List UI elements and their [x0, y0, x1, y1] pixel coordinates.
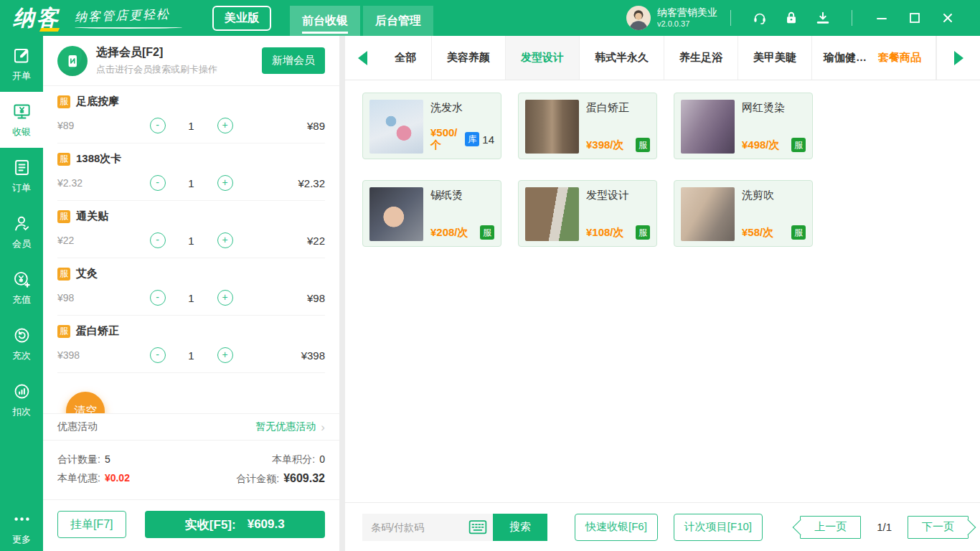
category-tab-all[interactable]: 全部: [380, 36, 432, 80]
cart-item: 服 通关贴 ¥22 - 1 + ¥22: [57, 201, 325, 258]
category-tab-foot-bath[interactable]: 养生足浴: [664, 36, 738, 80]
sidebar-item-cashier[interactable]: 收银: [0, 92, 43, 148]
promo-label: 优惠活动: [57, 420, 255, 433]
quick-cashier-button[interactable]: 快速收银[F6]: [575, 514, 658, 541]
promo-row[interactable]: 优惠活动 暂无优惠活动 ›: [43, 413, 339, 440]
recharge-times-icon: [12, 326, 32, 345]
sidebar: 开单 收银 订单 会员 充值 充次 扣次 更多: [0, 36, 43, 551]
plus-button[interactable]: +: [217, 232, 233, 248]
top-right-cluster: 纳客营销美业 v2.0.0.37: [626, 6, 980, 30]
service-badge: 服: [57, 153, 70, 166]
category-tab-package[interactable]: 套餐商品: [872, 36, 936, 80]
sidebar-item-open-order[interactable]: 开单: [0, 36, 43, 92]
product-card[interactable]: 洗剪吹 ¥58/次 服: [674, 180, 813, 247]
cart-item-unit-price: ¥22: [57, 235, 123, 246]
avatar[interactable]: [626, 6, 651, 30]
member-select-title: 选择会员[F2]: [96, 45, 262, 60]
tab-front-cashier[interactable]: 前台收银: [290, 6, 360, 36]
maximize-button[interactable]: [908, 11, 921, 24]
tab-back-management[interactable]: 后台管理: [363, 6, 433, 36]
service-badge: 服: [791, 225, 806, 240]
product-card[interactable]: 蛋白矫正 ¥398/次 服: [518, 93, 657, 159]
cart-panel: 选择会员[F2] 点击进行会员搜索或刷卡操作 新增会员 服 足底按摩 ¥89 -…: [43, 36, 339, 551]
member-select-area[interactable]: 选择会员[F2] 点击进行会员搜索或刷卡操作: [96, 45, 262, 76]
product-name: 发型设计: [586, 189, 650, 202]
download-icon[interactable]: [815, 10, 831, 26]
minus-button[interactable]: -: [150, 347, 166, 363]
minus-button[interactable]: -: [150, 290, 166, 306]
customer-service-icon[interactable]: [752, 10, 768, 26]
cart-item-name: 1388次卡: [76, 152, 121, 166]
service-badge: 服: [57, 268, 70, 281]
total-amount-value: ¥609.32: [283, 472, 325, 485]
orders-icon: [12, 158, 32, 177]
cart-item-name: 通关贴: [76, 209, 108, 223]
minus-button[interactable]: -: [150, 118, 166, 133]
next-page-button[interactable]: 下一页: [908, 516, 969, 539]
scroll-right-arrow[interactable]: [936, 36, 980, 80]
count-item-button[interactable]: 计次项目[F10]: [674, 514, 763, 541]
product-card[interactable]: 发型设计 ¥108/次 服: [518, 180, 657, 247]
minus-button[interactable]: -: [150, 175, 166, 191]
service-badge: 服: [636, 138, 650, 152]
member-select-subtitle: 点击进行会员搜索或刷卡操作: [96, 63, 262, 76]
account-info: 纳客营销美业 v2.0.0.37: [657, 6, 717, 29]
sidebar-item-more[interactable]: 更多: [0, 507, 43, 548]
cart-item-qty: 1: [184, 235, 199, 247]
sidebar-item-recharge[interactable]: 充值: [0, 260, 43, 316]
cart-item-name: 足底按摩: [76, 95, 119, 108]
product-name: 洗剪吹: [742, 189, 806, 202]
prev-page-button[interactable]: 上一页: [800, 516, 861, 539]
product-price: ¥208/次: [430, 226, 480, 240]
cart-item: 服 足底按摩 ¥89 - 1 + ¥89: [57, 86, 325, 143]
product-grid: 洗发水 ¥500/个 库 14 蛋白矫正 ¥398/次 服 网红烫染: [345, 80, 980, 259]
product-image: [369, 187, 423, 241]
plus-button[interactable]: +: [217, 290, 233, 306]
payment-actions: 挂单[F7] 实收[F5]: ¥609.3: [43, 499, 339, 551]
charge-button[interactable]: 实收[F5]: ¥609.3: [145, 511, 325, 538]
cart-item-qty: 1: [184, 349, 199, 362]
sidebar-item-members[interactable]: 会员: [0, 204, 43, 260]
cart-item-unit-price: ¥98: [57, 292, 123, 303]
cart-item-list: 服 足底按摩 ¥89 - 1 + ¥89 服 1388次卡 ¥2.32: [43, 86, 339, 413]
cart-item-total: ¥98: [259, 292, 325, 304]
plus-button[interactable]: +: [217, 118, 233, 133]
search-button[interactable]: 搜索: [493, 514, 547, 541]
stock-badge: 库: [465, 132, 479, 146]
plus-button[interactable]: +: [217, 347, 233, 363]
points-value: 0: [319, 453, 325, 465]
member-select-header: 选择会员[F2] 点击进行会员搜索或刷卡操作 新增会员: [43, 36, 339, 86]
sidebar-item-orders[interactable]: 订单: [0, 148, 43, 204]
category-tab-yoga[interactable]: 瑜伽健…: [812, 36, 872, 80]
chevron-right-icon: ›: [321, 421, 325, 433]
keyboard-icon[interactable]: [468, 519, 487, 535]
product-card[interactable]: 网红烫染 ¥498/次 服: [674, 93, 813, 159]
close-button[interactable]: [941, 11, 954, 24]
category-tab-semi-permanent[interactable]: 韩式半永久: [580, 36, 664, 80]
product-image: [681, 187, 735, 241]
sidebar-item-deduct-times[interactable]: 扣次: [0, 372, 43, 428]
product-card[interactable]: 锡纸烫 ¥208/次 服: [362, 180, 501, 247]
divider: [730, 10, 731, 26]
plus-button[interactable]: +: [217, 175, 233, 191]
page-indicator: 1/1: [877, 521, 892, 533]
scroll-left-arrow[interactable]: [345, 36, 380, 80]
cart-item-qty: 1: [184, 177, 199, 189]
category-tab-beauty[interactable]: 美容养颜: [432, 36, 506, 80]
minimize-button[interactable]: [875, 11, 888, 24]
clear-cart-button[interactable]: 清空: [66, 392, 105, 413]
cart-item-total: ¥398: [259, 349, 325, 362]
category-tab-nail-lash[interactable]: 美甲美睫: [738, 36, 812, 80]
service-badge: 服: [57, 210, 70, 223]
minus-button[interactable]: -: [150, 232, 166, 248]
sidebar-item-recharge-times[interactable]: 充次: [0, 316, 43, 372]
hold-order-button[interactable]: 挂单[F7]: [57, 511, 126, 538]
product-price: ¥58/次: [742, 226, 791, 240]
product-card[interactable]: 洗发水 ¥500/个 库 14: [362, 93, 501, 159]
category-tab-hair-design[interactable]: 发型设计: [506, 36, 580, 80]
member-card-icon: [57, 46, 88, 76]
edition-badge-button[interactable]: 美业版: [212, 6, 271, 31]
add-member-button[interactable]: 新增会员: [262, 47, 325, 74]
lock-icon[interactable]: [783, 10, 799, 26]
top-bar: 纳客 纳客管店更轻松 美业版 前台收银 后台管理 纳客营销美业 v2.0.0.3…: [0, 0, 980, 36]
